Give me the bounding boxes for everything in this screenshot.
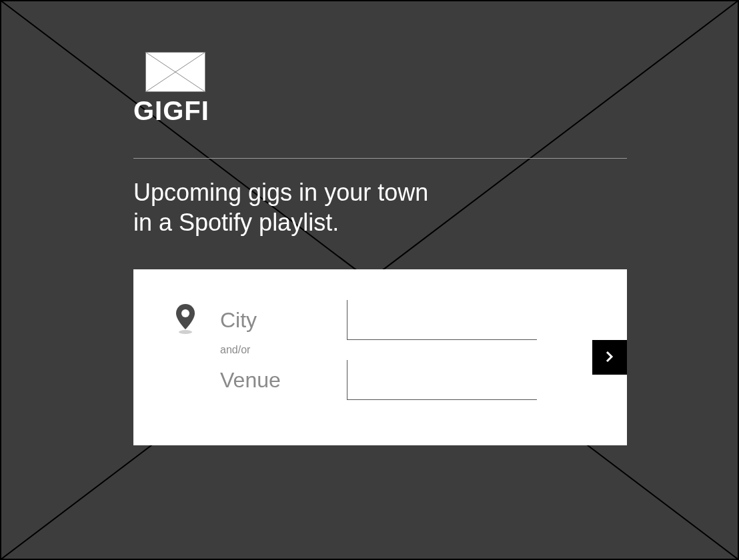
andor-label: and/or	[173, 344, 587, 356]
venue-label: Venue	[220, 368, 347, 393]
brand-name: GIGFI	[133, 96, 627, 126]
logo-block: GIGFI	[133, 52, 627, 126]
submit-button[interactable]	[592, 340, 627, 375]
city-label: City	[220, 308, 347, 333]
tagline-line2: in a Spotify playlist.	[133, 209, 339, 236]
city-input[interactable]	[347, 300, 537, 340]
svg-point-6	[181, 309, 189, 317]
tagline: Upcoming gigs in your town in a Spotify …	[133, 177, 627, 237]
svg-point-7	[179, 330, 192, 334]
search-card: City and/or Venue	[133, 269, 627, 445]
tagline-line1: Upcoming gigs in your town	[133, 179, 428, 206]
logo-image-placeholder	[145, 52, 205, 92]
location-pin-icon	[173, 303, 197, 337]
venue-input[interactable]	[347, 360, 537, 400]
chevron-right-icon	[604, 351, 616, 365]
divider	[133, 158, 627, 159]
